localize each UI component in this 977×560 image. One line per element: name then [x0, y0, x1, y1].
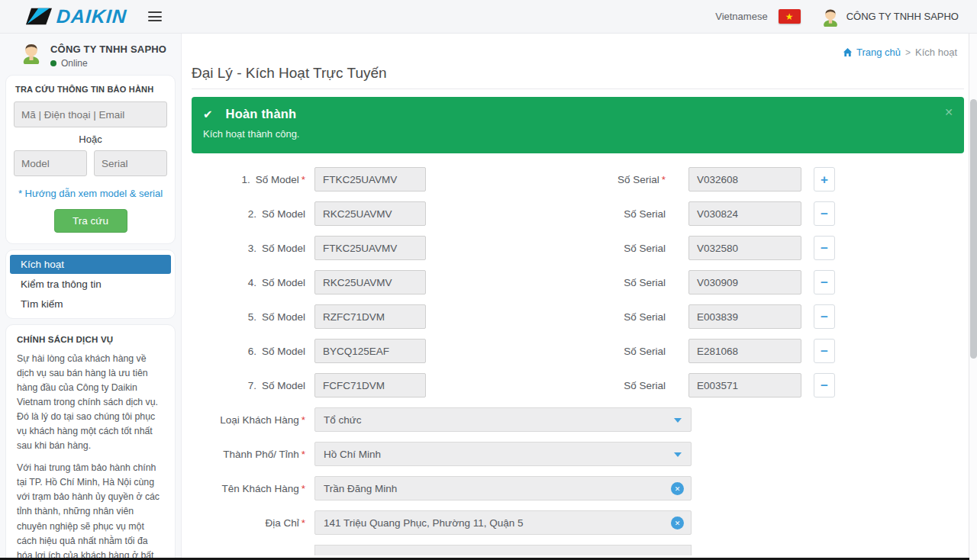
daikin-logo-icon — [26, 5, 52, 27]
remove-row-button[interactable]: − — [814, 373, 835, 397]
city-value: Hồ Chí Minh — [324, 449, 381, 460]
serial-input[interactable] — [688, 167, 801, 191]
customer-type-row: Loại Khách Hàng* Tổ chức — [182, 407, 969, 432]
model-label: 6.Số Model — [182, 346, 314, 357]
serial-input[interactable] — [688, 201, 801, 226]
model-serial-row: 4.Số Model Số Serial − — [182, 270, 969, 294]
activation-form: 1.Số Model* Số Serial* + 2.Số Model Số S… — [182, 167, 969, 555]
alert-title: Hoàn thành — [226, 107, 297, 121]
customer-type-select[interactable]: Tổ chức — [314, 407, 692, 432]
model-serial-guide-link[interactable]: * Hướng dẫn xem model & serial — [14, 188, 167, 199]
user-avatar-icon — [821, 7, 840, 27]
lookup-submit-button[interactable]: Tra cứu — [54, 209, 127, 233]
customer-name-label: Tên Khách Hàng* — [182, 483, 314, 494]
model-input[interactable] — [314, 236, 426, 260]
required-mark: * — [301, 483, 305, 494]
serial-label: Số Serial — [426, 208, 688, 220]
sidebar-item-tim-kiem[interactable]: Tìm kiếm — [10, 294, 171, 314]
serial-label: Số Serial* — [426, 174, 688, 185]
daikin-logo-text: DAIKIN — [56, 5, 127, 27]
serial-label: Số Serial — [426, 380, 688, 391]
hamburger-menu-icon[interactable] — [148, 11, 162, 21]
serial-input[interactable] — [688, 236, 801, 260]
remove-row-button[interactable]: − — [814, 270, 835, 294]
or-label: Hoặc — [14, 134, 167, 145]
model-input[interactable] — [314, 373, 426, 397]
home-icon — [843, 47, 853, 57]
address-label: Địa Chỉ* — [182, 517, 314, 529]
model-serial-row: 1.Số Model* Số Serial* + — [182, 167, 969, 191]
address-field[interactable]: 141 Triệu Quang Phục, Phường 11, Quận 5 … — [314, 510, 692, 535]
add-row-button[interactable]: + — [814, 167, 835, 191]
model-label: 5.Số Model — [182, 311, 314, 323]
lookup-model-input[interactable] — [14, 150, 87, 176]
scrollbar-thumb[interactable] — [970, 99, 977, 359]
model-input[interactable] — [314, 304, 426, 329]
warranty-lookup-card: TRA CỨU THÔNG TIN BẢO HÀNH Hoặc * Hướng … — [5, 75, 176, 244]
policy-paragraph: Với hai trung tâm bảo hành chính tại TP.… — [17, 461, 164, 560]
clear-input-icon[interactable]: ✕ — [671, 482, 684, 495]
serial-input[interactable] — [688, 339, 801, 363]
sidebar-item-kiem-tra-thong-tin[interactable]: Kiểm tra thông tin — [10, 275, 171, 294]
model-serial-row: 7.Số Model Số Serial − — [182, 373, 969, 397]
serial-label: Số Serial — [426, 277, 688, 288]
model-serial-row: 6.Số Model Số Serial − — [182, 339, 969, 363]
breadcrumb-home-label: Trang chủ — [856, 47, 901, 58]
customer-name-field[interactable]: Trần Đăng Minh ✕ — [314, 476, 692, 500]
top-header: DAIKIN Vietnamese ★ CÔNG TY TNHH SAPHO — [0, 0, 977, 34]
remove-row-button[interactable]: − — [814, 236, 835, 260]
online-status-label: Online — [61, 58, 88, 69]
required-mark: * — [301, 449, 305, 460]
clear-input-icon[interactable]: ✕ — [671, 517, 684, 529]
topbar-right: Vietnamese ★ CÔNG TY TNHH SAPHO — [715, 7, 959, 27]
alert-close-icon[interactable]: ✕ — [944, 106, 953, 118]
serial-input[interactable] — [688, 270, 801, 294]
breadcrumb-separator: > — [905, 47, 911, 58]
user-menu[interactable]: CÔNG TY TNHH SAPHO — [821, 7, 959, 27]
city-select[interactable]: Hồ Chí Minh — [314, 442, 692, 466]
check-icon: ✔ — [203, 108, 213, 121]
sidebar-menu: Kích hoạt Kiểm tra thông tin Tìm kiếm — [5, 249, 176, 319]
serial-input[interactable] — [688, 304, 801, 329]
warranty-activation-page: DAIKIN Vietnamese ★ CÔNG TY TNHH SAPHO — [0, 0, 977, 560]
chevron-down-icon — [674, 418, 682, 423]
model-input[interactable] — [314, 167, 426, 191]
online-dot-icon — [50, 60, 56, 66]
vietnam-flag-icon[interactable]: ★ — [779, 9, 801, 24]
remove-row-button[interactable]: − — [814, 304, 835, 329]
model-label: 1.Số Model* — [182, 174, 314, 185]
model-serial-row: 5.Số Model Số Serial − — [182, 304, 969, 329]
customer-type-value: Tổ chức — [324, 414, 362, 426]
required-mark: * — [301, 517, 305, 529]
online-status: Online — [50, 58, 166, 69]
model-input[interactable] — [314, 201, 426, 226]
sidebar-item-kich-hoat[interactable]: Kích hoạt — [10, 255, 171, 274]
required-mark: * — [301, 174, 305, 185]
policy-title: CHÍNH SÁCH DỊCH VỤ — [17, 335, 164, 344]
policy-paragraph: Sự hài lòng của khách hàng về dịch vụ sa… — [17, 352, 164, 453]
daikin-logo[interactable]: DAIKIN — [26, 5, 127, 27]
partial-next-field[interactable] — [314, 545, 692, 555]
model-input[interactable] — [314, 270, 426, 294]
remove-row-button[interactable]: − — [814, 339, 835, 363]
page-title: Đại Lý - Kích Hoạt Trực Tuyến — [192, 65, 969, 82]
breadcrumb-home-link[interactable]: Trang chủ — [843, 47, 901, 58]
model-input[interactable] — [314, 339, 426, 363]
model-label: 7.Số Model — [182, 380, 314, 391]
serial-label: Số Serial — [426, 311, 688, 323]
lookup-serial-input[interactable] — [94, 150, 167, 176]
address-row: Địa Chỉ* 141 Triệu Quang Phục, Phường 11… — [182, 510, 969, 535]
city-row: Thành Phố/ Tỉnh* Hồ Chí Minh — [182, 442, 969, 466]
flag-star: ★ — [785, 11, 794, 22]
breadcrumb-current: Kích hoạt — [915, 47, 957, 58]
language-selector[interactable]: Vietnamese — [715, 11, 767, 22]
lookup-card-title: TRA CỨU THÔNG TIN BẢO HÀNH — [14, 85, 167, 94]
main-content: Trang chủ > Kích hoạt Đại Lý - Kích Hoạt… — [182, 34, 969, 560]
lookup-code-input[interactable] — [14, 101, 167, 127]
serial-input[interactable] — [688, 373, 801, 397]
serial-label: Số Serial — [426, 346, 688, 357]
vertical-scrollbar[interactable] — [969, 34, 977, 560]
address-value: 141 Triệu Quang Phục, Phường 11, Quận 5 — [324, 517, 524, 529]
remove-row-button[interactable]: − — [814, 201, 835, 226]
serial-label: Số Serial — [426, 243, 688, 254]
